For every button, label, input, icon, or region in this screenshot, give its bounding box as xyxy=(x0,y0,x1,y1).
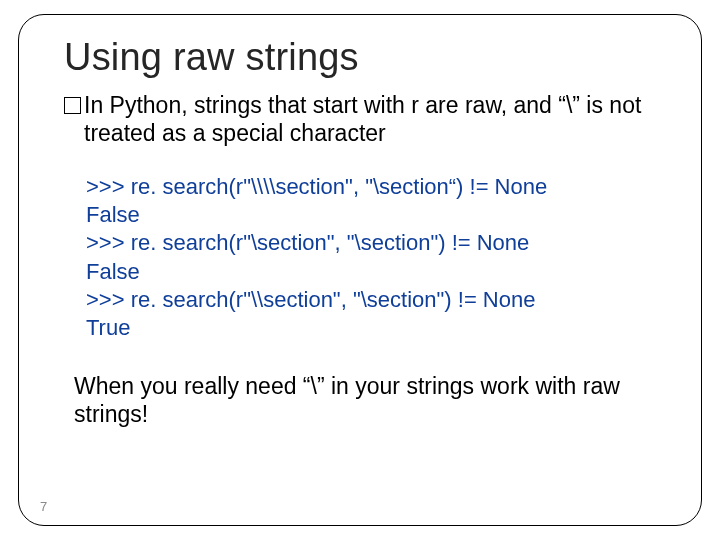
page-number: 7 xyxy=(40,499,47,514)
closing-text: When you really need “\” in your strings… xyxy=(74,372,662,428)
slide-title: Using raw strings xyxy=(64,36,692,79)
square-bullet-icon xyxy=(64,97,81,114)
code-line: False xyxy=(86,259,140,284)
code-line: >>> re. search(r"\section", "\section") … xyxy=(86,230,529,255)
code-line: True xyxy=(86,315,130,340)
bullet-item: In Python, strings that start with r are… xyxy=(64,91,662,147)
code-line: >>> re. search(r"\\\\section", "\section… xyxy=(86,174,547,199)
slide-body: In Python, strings that start with r are… xyxy=(64,91,662,428)
code-line: False xyxy=(86,202,140,227)
code-block: >>> re. search(r"\\\\section", "\section… xyxy=(86,173,662,342)
code-line: >>> re. search(r"\\section", "\section")… xyxy=(86,287,535,312)
bullet-text: In Python, strings that start with r are… xyxy=(84,91,662,147)
slide: Using raw strings In Python, strings tha… xyxy=(0,0,720,540)
